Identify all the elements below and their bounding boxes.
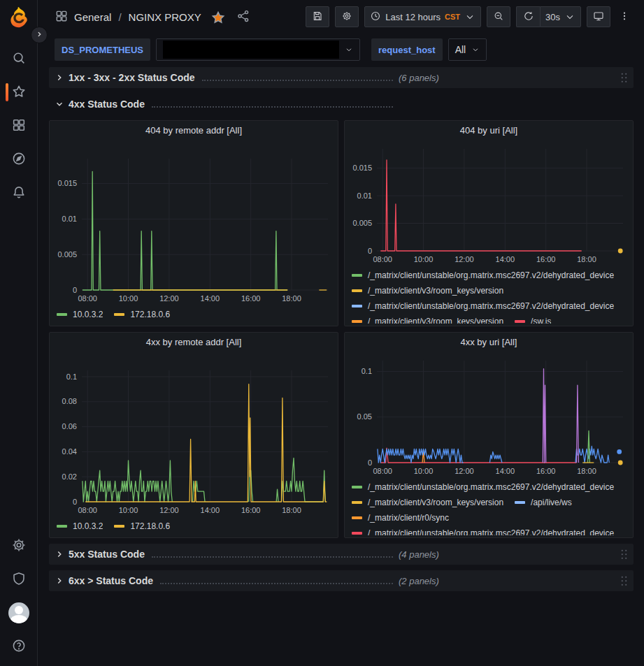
drag-handle-icon[interactable] [620, 72, 628, 83]
variable-group-request-host: request_host All [371, 38, 487, 61]
drag-handle-icon[interactable] [620, 575, 628, 586]
legend-label: /_matrix/client/unstable/org.matrix.msc2… [368, 301, 614, 311]
chevron-down-icon [471, 45, 480, 54]
legend-label: /api/live/ws [531, 498, 572, 507]
time-series-chart[interactable]: 00.050.108:0010:0012:0014:0016:0018:00 [348, 351, 630, 478]
chevron-right-icon [34, 29, 44, 41]
panels-row-2: 4xx by remote addr [All] 00.020.040.060.… [49, 332, 634, 538]
legend-item[interactable]: /_matrix/client/unstable/org.matrix.msc2… [352, 479, 614, 495]
refresh-group: 30s [516, 6, 581, 27]
sidebar-item-starred[interactable] [0, 75, 38, 109]
chevron-right-icon [55, 549, 64, 559]
drag-handle-icon[interactable] [620, 549, 628, 560]
sidebar-item-configuration[interactable] [0, 529, 38, 563]
svg-text:0.005: 0.005 [352, 219, 372, 227]
sidebar-item-alerting[interactable] [0, 176, 38, 210]
sidebar-item-help[interactable] [0, 630, 38, 663]
row-header-1xx-3xx-2xx[interactable]: 1xx - 3xx - 2xx Status Code (6 panels) [49, 67, 634, 88]
svg-text:12:00: 12:00 [159, 294, 179, 303]
svg-text:08:00: 08:00 [78, 294, 97, 303]
row-header-5xx[interactable]: 5xx Status Code (4 panels) [49, 544, 634, 565]
save-button[interactable] [306, 6, 329, 27]
chevron-down-icon [55, 99, 64, 109]
legend-item[interactable]: /_matrix/client/v3/room_keys/version [352, 314, 503, 324]
apps-grid-icon [11, 117, 27, 135]
legend-item[interactable]: /_matrix/client/r0/sync [352, 510, 449, 526]
legend-label: /_matrix/client/r0/sync [368, 513, 449, 523]
legend-swatch [114, 313, 124, 316]
legend-label: /_matrix/client/unstable/org.matrix.msc2… [368, 528, 614, 535]
legend-item[interactable]: 172.18.0.6 [114, 307, 170, 322]
svg-text:14:00: 14:00 [496, 255, 515, 263]
svg-text:08:00: 08:00 [78, 506, 97, 514]
panel-legend: 10.0.3.2172.18.0.6 [50, 305, 338, 325]
time-series-chart[interactable]: 00.020.040.060.080.108:0010:0012:0014:00… [52, 351, 335, 517]
legend-label: /_matrix/client/v3/room_keys/version [368, 498, 503, 507]
legend-item[interactable]: /sw.js [515, 314, 551, 324]
legend-item[interactable]: /_matrix/client/unstable/org.matrix.msc2… [352, 298, 614, 314]
sidebar-item-server-admin[interactable] [0, 563, 38, 596]
refresh-button[interactable] [516, 6, 540, 27]
svg-text:0.04: 0.04 [62, 447, 77, 456]
variable-select-request-host[interactable]: All [448, 38, 487, 61]
svg-text:16:00: 16:00 [241, 294, 261, 303]
dashboard-settings-button[interactable] [335, 6, 359, 27]
legend-label: 172.18.0.6 [130, 521, 170, 531]
panel-404-by-uri: 404 by uri [All] 00.0050.010.01508:0010:… [344, 120, 634, 326]
legend-swatch [515, 501, 525, 504]
svg-text:14:00: 14:00 [496, 467, 515, 475]
legend-item[interactable]: 10.0.3.2 [57, 519, 103, 534]
chevron-right-icon [55, 576, 64, 586]
row-panel-count: (6 panels) [399, 73, 439, 83]
legend-item[interactable]: 10.0.3.2 [57, 307, 103, 322]
sidebar [0, 0, 38, 666]
svg-text:12:00: 12:00 [455, 255, 474, 263]
panel-header[interactable]: 404 by uri [All] [345, 121, 633, 139]
question-circle-icon [11, 638, 27, 656]
row-header-6xx[interactable]: 6xx > Status Code (2 panels) [49, 570, 634, 591]
panel-title: 4xx by remote addr [All] [146, 337, 242, 347]
sidebar-expand-button[interactable] [31, 27, 48, 43]
tv-mode-button[interactable] [587, 6, 610, 27]
legend-item[interactable]: /_matrix/client/unstable/org.matrix.msc2… [352, 526, 614, 535]
legend-label: /_matrix/client/unstable/org.matrix.msc2… [368, 482, 614, 492]
row-title: 1xx - 3xx - 2xx Status Code [69, 72, 195, 83]
time-series-chart[interactable]: 00.0050.010.01508:0010:0012:0014:0016:00… [52, 139, 335, 305]
legend-label: /sw.js [531, 317, 551, 324]
time-series-chart[interactable]: 00.0050.010.01508:0010:0012:0014:0016:00… [348, 139, 630, 266]
sidebar-item-search[interactable] [0, 42, 38, 75]
save-icon [312, 10, 323, 24]
dashboard-title[interactable]: NGINX PROXY [129, 11, 201, 23]
breadcrumb-section[interactable]: General [74, 11, 111, 23]
legend-label: /_matrix/client/unstable/org.matrix.msc2… [368, 270, 614, 280]
svg-text:0: 0 [73, 286, 77, 294]
legend-item[interactable]: 172.18.0.6 [114, 519, 170, 534]
row-header-4xx[interactable]: 4xx Status Code [49, 94, 634, 115]
legend-item[interactable]: /_matrix/client/v3/room_keys/version [352, 495, 503, 510]
svg-text:0: 0 [73, 498, 77, 506]
svg-text:0: 0 [368, 247, 372, 255]
legend-item[interactable]: /_matrix/client/v3/room_keys/version [352, 283, 503, 298]
time-range-picker[interactable]: Last 12 hours CST [364, 6, 481, 27]
sidebar-item-dashboards[interactable] [0, 109, 38, 143]
sidebar-item-profile[interactable] [0, 596, 38, 630]
favorite-star-icon[interactable] [211, 10, 224, 23]
panel-header[interactable]: 404 by remote addr [All] [50, 121, 338, 139]
panel-legend: 10.0.3.2172.18.0.6 [50, 517, 338, 537]
kebab-menu-button[interactable] [616, 6, 633, 27]
panel-header[interactable]: 4xx by uri [All] [345, 333, 633, 351]
compass-icon [11, 151, 27, 168]
legend-label: /_matrix/client/v3/room_keys/version [368, 286, 503, 296]
refresh-interval-picker[interactable]: 30s [540, 6, 581, 27]
grafana-logo-icon[interactable] [7, 6, 31, 29]
gear-icon [341, 10, 352, 24]
legend-item[interactable]: /api/live/ws [515, 495, 572, 510]
dashboard-canvas: 1xx - 3xx - 2xx Status Code (6 panels) 4… [38, 66, 644, 666]
share-icon[interactable] [236, 9, 250, 25]
variable-select-ds-prometheus[interactable] [156, 38, 360, 61]
legend-item[interactable]: /_matrix/client/unstable/org.matrix.msc2… [352, 268, 614, 283]
zoom-out-button[interactable] [487, 6, 510, 27]
panel-header[interactable]: 4xx by remote addr [All] [50, 333, 338, 351]
row-panel-count: (2 panels) [399, 576, 439, 586]
sidebar-item-explore[interactable] [0, 143, 38, 176]
